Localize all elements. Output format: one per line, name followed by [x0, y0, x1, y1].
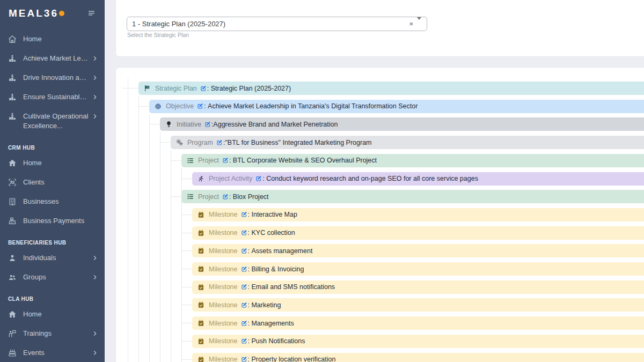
- chevron-right-icon: [92, 94, 98, 100]
- sidebar-item-business-payments[interactable]: Business Payments: [0, 211, 105, 231]
- trainings-icon: [8, 329, 17, 338]
- sidebar-item-groups[interactable]: Groups: [0, 268, 105, 287]
- edit-icon[interactable]: [241, 248, 247, 254]
- sidebar-item-home[interactable]: Home: [0, 29, 105, 49]
- tree-row-initiative[interactable]: Initiative:Aggressive Brand and Market P…: [160, 117, 644, 131]
- cash-register-icon: [8, 217, 17, 225]
- sidebar-item-drive-innovation[interactable]: Drive Innovation and...: [0, 68, 105, 87]
- person-running-icon: [197, 175, 204, 182]
- sidebar-item-label: Cultivate Operational Excellence...: [23, 112, 90, 131]
- sidebar-item-clients[interactable]: Clients: [0, 173, 105, 192]
- tree-row-value: Blox Project: [233, 193, 269, 201]
- sidebar-nav: HomeAchieve Market Leadership...Drive In…: [0, 27, 105, 362]
- podium-icon: [8, 93, 17, 101]
- tree-row-type-label: Milestone: [209, 337, 238, 345]
- tree-row-milestone[interactable]: Milestone: KYC collection: [192, 226, 644, 240]
- logo-donut-icon: [59, 11, 64, 16]
- tree-row-program[interactable]: Program:"BTL for Business" Integrated Ma…: [171, 136, 644, 149]
- sidebar-item-label: Trainings: [23, 329, 90, 338]
- tree-row-project[interactable]: Project: BTL Corporate Website & SEO Ove…: [181, 154, 644, 167]
- tree-row-milestone[interactable]: Milestone: Marketing: [192, 298, 644, 312]
- tree-row-value: Marketing: [251, 301, 281, 309]
- tree-row-separator: :: [204, 102, 208, 110]
- tree-row-milestone[interactable]: Milestone: Assets management: [192, 244, 644, 257]
- tree-row-milestone[interactable]: Milestone: Billing & Invoicing: [192, 262, 644, 276]
- tree-row-milestone[interactable]: Milestone: Property location verificatio…: [192, 353, 644, 362]
- chevron-down-icon[interactable]: [417, 20, 421, 28]
- sidebar-item-events[interactable]: Events: [0, 343, 105, 362]
- edit-icon[interactable]: [216, 139, 223, 146]
- chevron-right-icon: [92, 255, 98, 261]
- tree-connector-stub: [181, 287, 192, 287]
- tree-row-value: Interactive Map: [251, 211, 297, 218]
- hierarchy-tree-card: Strategic Plan: Strategic Plan (2025-202…: [116, 68, 644, 362]
- edit-icon[interactable]: [241, 356, 247, 362]
- tree-row-separator: :: [248, 265, 252, 273]
- tree-row-separator: :: [262, 175, 266, 182]
- sidebar-item-label: Home: [23, 158, 98, 168]
- tree-row-type-label: Milestone: [209, 211, 238, 218]
- edit-icon[interactable]: [241, 284, 247, 290]
- tree-row-value: Billing & Invoicing: [251, 265, 304, 273]
- tree-row-milestone[interactable]: Milestone: Managements: [192, 316, 644, 330]
- tree-row-project-activity[interactable]: Project Activity: Conduct keyword resear…: [192, 172, 644, 186]
- tree-connector-line: [128, 78, 128, 362]
- sidebar-item-trainings[interactable]: Trainings: [0, 324, 105, 343]
- sidebar-item-crm-home[interactable]: Home: [0, 153, 105, 173]
- edit-icon[interactable]: [241, 266, 247, 272]
- events-icon: [8, 349, 17, 357]
- sidebar-item-label: Drive Innovation and...: [23, 73, 90, 83]
- tree-row-milestone[interactable]: Milestone: Interactive Map: [192, 208, 644, 221]
- tree-connector-stub: [181, 179, 192, 179]
- app-logo: MEAL36: [0, 0, 105, 27]
- home-filled-icon: [8, 310, 17, 319]
- tree-connector-stub: [181, 215, 192, 215]
- tree-connector-stub: [181, 323, 192, 323]
- tree-row-value: Push Notifications: [251, 337, 305, 345]
- tree-connector-line: [160, 132, 160, 362]
- tree-row-value: Managements: [251, 320, 294, 327]
- edit-icon[interactable]: [222, 157, 229, 164]
- sidebar-section-header-cla-hub: CLA HUB: [0, 296, 105, 302]
- tree-row-project[interactable]: Project: Blox Project: [181, 190, 644, 203]
- edit-icon[interactable]: [241, 320, 247, 327]
- list-check-icon: [187, 157, 194, 164]
- tree-row-value: Property location verification: [251, 356, 335, 362]
- sidebar-item-cultivate-operational-excellence[interactable]: Cultivate Operational Excellence...: [0, 107, 105, 136]
- tree-connector-line: [149, 114, 150, 362]
- sidebar-item-ensure-sustainable-financial[interactable]: Ensure Sustainable Financial...: [0, 87, 105, 107]
- calendar-check-icon: [197, 284, 204, 291]
- sidebar-item-achieve-market-leadership[interactable]: Achieve Market Leadership...: [0, 49, 105, 68]
- sidebar-item-individuals[interactable]: Individuals: [0, 248, 105, 268]
- edit-icon[interactable]: [241, 302, 247, 308]
- tree-connector-stub: [122, 88, 138, 88]
- sidebar-item-cla-home[interactable]: Home: [0, 305, 105, 324]
- strategic-plan-select[interactable]: 1 - Strategic Plan (2025-2027) ×: [127, 17, 427, 31]
- edit-icon[interactable]: [241, 211, 247, 218]
- clear-selection-icon[interactable]: ×: [405, 20, 417, 27]
- select-helper-text: Select the Strategic Plan: [127, 32, 189, 38]
- tree-connector-line: [138, 96, 139, 362]
- edit-icon[interactable]: [200, 85, 207, 92]
- tree-row-milestone[interactable]: Milestone: Push Notifications: [192, 335, 644, 348]
- edit-icon[interactable]: [197, 103, 203, 109]
- tree-row-type-label: Milestone: [209, 283, 238, 291]
- podium-icon: [8, 54, 17, 63]
- sidebar: MEAL36 HomeAchieve Market Leadership...D…: [0, 0, 105, 362]
- sidebar-item-businesses[interactable]: Businesses: [0, 192, 105, 211]
- edit-icon[interactable]: [222, 194, 229, 200]
- tree-row-value: Achieve Market Leadership in Tanzania's …: [208, 102, 418, 110]
- strategic-plan-filter-card: 1 - Strategic Plan (2025-2027) × Select …: [116, 0, 644, 56]
- tree-connector-stub: [181, 305, 192, 305]
- tree-row-separator: :: [248, 320, 252, 327]
- edit-icon[interactable]: [241, 230, 247, 236]
- hamburger-icon[interactable]: [87, 9, 96, 17]
- edit-icon[interactable]: [241, 338, 247, 344]
- tree-row-objective[interactable]: Objective: Achieve Market Leadership in …: [149, 100, 644, 113]
- edit-icon[interactable]: [204, 121, 211, 128]
- edit-icon[interactable]: [255, 175, 262, 182]
- home-outline-icon: [8, 35, 17, 43]
- tree-row-strategic-plan[interactable]: Strategic Plan: Strategic Plan (2025-202…: [138, 82, 644, 95]
- tree-connector-stub: [171, 160, 181, 161]
- tree-row-milestone[interactable]: Milestone: Email and SMS notifications: [192, 280, 644, 294]
